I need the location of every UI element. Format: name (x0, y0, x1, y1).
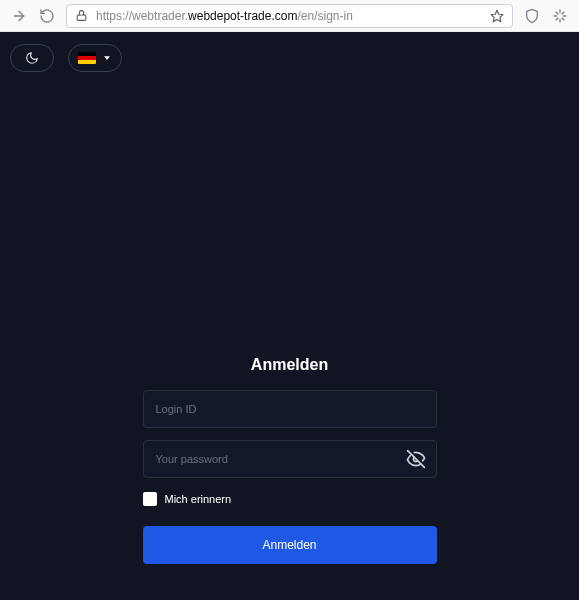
star-icon[interactable] (490, 9, 504, 23)
lock-icon (75, 9, 88, 22)
eye-off-icon (406, 449, 426, 469)
login-form: Anmelden Mich erinnern Anmelden (143, 356, 437, 564)
password-field-wrap (143, 440, 437, 478)
reload-icon[interactable] (38, 7, 56, 25)
sparkle-icon[interactable] (551, 7, 569, 25)
url-text: https://webtrader.webdepot-trade.com/en/… (96, 9, 353, 23)
login-id-field[interactable] (144, 403, 436, 415)
language-selector[interactable] (68, 44, 122, 72)
form-title: Anmelden (143, 356, 437, 374)
browser-chrome: https://webtrader.webdepot-trade.com/en/… (0, 0, 579, 32)
svg-marker-2 (491, 10, 503, 22)
submit-button[interactable]: Anmelden (143, 526, 437, 564)
remember-row: Mich erinnern (143, 492, 437, 506)
login-id-field-wrap (143, 390, 437, 428)
forward-icon[interactable] (10, 7, 28, 25)
page-topbar (10, 44, 122, 72)
theme-toggle[interactable] (10, 44, 54, 72)
shield-icon[interactable] (523, 7, 541, 25)
svg-rect-1 (77, 15, 86, 20)
moon-icon (25, 51, 39, 65)
flag-icon (78, 52, 96, 64)
password-visibility-toggle[interactable] (406, 449, 426, 469)
password-field[interactable] (144, 453, 436, 465)
page-body: Anmelden Mich erinnern Anmelden (0, 32, 579, 600)
svg-marker-3 (104, 56, 110, 60)
remember-label: Mich erinnern (165, 493, 232, 505)
remember-checkbox[interactable] (143, 492, 157, 506)
address-bar[interactable]: https://webtrader.webdepot-trade.com/en/… (66, 4, 513, 28)
chevron-down-icon (102, 53, 112, 63)
